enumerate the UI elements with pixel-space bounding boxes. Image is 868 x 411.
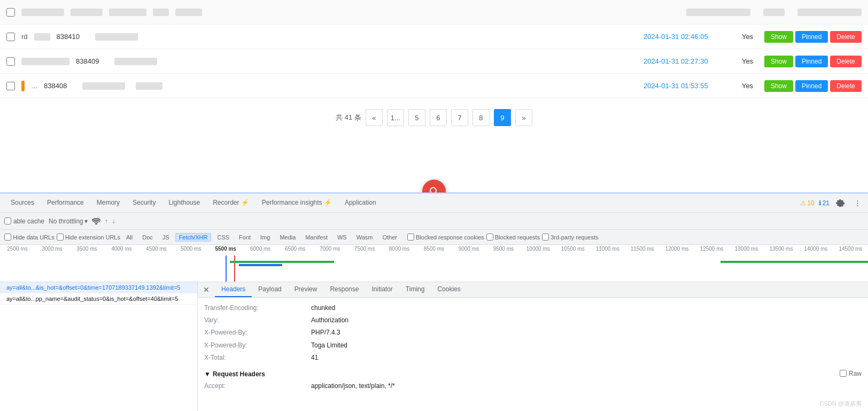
filter-js[interactable]: JS [159, 233, 173, 242]
row1-actions: Show Pinned Delete [764, 31, 862, 43]
tab-timing[interactable]: Timing [399, 282, 431, 297]
chevron-down-icon: ▾ [84, 218, 88, 225]
filter-media[interactable]: Media [276, 233, 299, 242]
filter-img[interactable]: Img [257, 233, 274, 242]
pagination-last[interactable]: » [515, 109, 532, 126]
row1-date: 2024-01-31 02:46:05 [644, 33, 729, 41]
blocked-cookies-checkbox[interactable] [407, 234, 414, 241]
settings-icon[interactable] [834, 197, 847, 210]
request-headers-section-bar: ▼ Request Headers Raw [204, 367, 862, 380]
disable-cache-toggle[interactable]: able cache [4, 218, 44, 225]
tl-label-6500: 6500 ms [278, 246, 313, 252]
throttling-selector[interactable]: No throttling ▾ [49, 218, 88, 225]
hide-data-urls-label: Hide data URLs [13, 234, 55, 241]
pagination-page8[interactable]: 8 [472, 109, 490, 126]
pagination-page7[interactable]: 7 [451, 109, 468, 126]
blocked-cookies-label: Blocked response cookies [416, 234, 484, 241]
hide-extension-urls-toggle[interactable]: Hide extension URLs [57, 234, 120, 241]
row1-show-button[interactable]: Show [764, 31, 793, 43]
row2-show-button[interactable]: Show [764, 56, 793, 67]
download-icon[interactable]: ↓ [112, 218, 115, 225]
pagination-page9[interactable]: 9 [494, 109, 511, 126]
row2-date: 2024-01-31 02:27:30 [644, 57, 729, 65]
header-val-vary: Authorization [311, 315, 348, 325]
tab-performance-insights[interactable]: Performance insights ⚡ [255, 193, 338, 212]
download-arrow-icon: ↓ [112, 218, 115, 225]
col-yes-header [763, 9, 785, 16]
row3-show-button[interactable]: Show [764, 80, 793, 92]
blocked-requests-toggle[interactable]: Blocked requests [486, 234, 540, 241]
filter-manifest[interactable]: Manifest [301, 233, 331, 242]
header-checkbox[interactable] [6, 8, 15, 17]
col-actions-header [797, 9, 862, 16]
filter-row: Hide data URLs Hide extension URLs All D… [0, 230, 868, 245]
tl-label-10000: 10000 ms [521, 246, 555, 252]
row2-delete-button[interactable]: Delete [830, 56, 862, 67]
row3-delete-button[interactable]: Delete [830, 80, 862, 92]
tab-performance[interactable]: Performance [41, 193, 90, 212]
pagination-first[interactable]: « [366, 109, 383, 126]
tab-headers[interactable]: Headers [215, 282, 252, 297]
blocked-cookies-toggle[interactable]: Blocked response cookies [407, 234, 484, 241]
request-item-2[interactable]: ay=all&to...pp_name=&audit_status=0&is_h… [0, 293, 197, 305]
header-val-xtotal: 41 [311, 353, 318, 363]
search-button[interactable] [422, 180, 446, 192]
row1-checkbox[interactable] [6, 33, 15, 41]
tab-response[interactable]: Response [323, 282, 365, 297]
hide-extension-urls-label: Hide extension URLs [65, 234, 120, 241]
request-list: ay=all&to...&is_hot=&offset=0&time=17071… [0, 282, 198, 411]
tab-recorder[interactable]: Recorder ⚡ [206, 193, 255, 212]
hide-extension-urls-checkbox[interactable] [57, 234, 64, 241]
raw-toggle[interactable]: Raw [840, 370, 862, 377]
filter-doc[interactable]: Doc [138, 233, 157, 242]
third-party-checkbox[interactable] [542, 234, 549, 241]
row2-pinned-button[interactable]: Pinned [795, 56, 828, 67]
tab-preview[interactable]: Preview [288, 282, 324, 297]
col-1-header [21, 9, 64, 16]
third-party-toggle[interactable]: 3rd-party requests [542, 234, 598, 241]
headers-panel: ✕ Headers Payload Preview Response Initi… [198, 282, 868, 411]
col-date-header [686, 9, 750, 16]
tab-security[interactable]: Security [126, 193, 162, 212]
filter-ws[interactable]: WS [334, 233, 351, 242]
tab-payload[interactable]: Payload [252, 282, 288, 297]
pagination-page5[interactable]: 5 [408, 109, 425, 126]
info-count: 21 [823, 199, 830, 207]
more-options-icon[interactable]: ⋮ [851, 197, 864, 210]
hide-data-urls-checkbox[interactable] [4, 234, 11, 241]
filter-all[interactable]: All [122, 233, 136, 242]
hide-data-urls-toggle[interactable]: Hide data URLs [4, 234, 55, 241]
filter-other[interactable]: Other [378, 233, 401, 242]
filter-fetch-xhr[interactable]: Fetch/XHR [175, 233, 212, 242]
row2-checkbox[interactable] [6, 57, 15, 66]
tab-application[interactable]: Application [338, 193, 383, 212]
row2-col-blur2 [114, 58, 157, 65]
request-item-1[interactable]: ay=all&to...&is_hot=&offset=0&time=17071… [0, 282, 197, 293]
disable-cache-checkbox[interactable] [4, 218, 11, 224]
timeline-green-bar-1 [230, 261, 334, 263]
filter-font[interactable]: Font [235, 233, 254, 242]
row3-ellipsis: ... [32, 82, 37, 90]
request-headers-label: Request Headers [213, 370, 265, 378]
row1-delete-button[interactable]: Delete [830, 31, 862, 43]
raw-checkbox[interactable] [840, 370, 847, 377]
tab-sources[interactable]: Sources [4, 193, 41, 212]
blocked-requests-checkbox[interactable] [486, 234, 493, 241]
row3-pinned-button[interactable]: Pinned [795, 80, 828, 92]
tab-lighthouse[interactable]: Lighthouse [162, 193, 206, 212]
close-panel-button[interactable]: ✕ [198, 282, 215, 297]
request-item-2-url: ay=all&to...pp_name=&audit_status=0&is_h… [6, 296, 178, 302]
pagination-page6[interactable]: 6 [430, 109, 447, 126]
tab-memory[interactable]: Memory [90, 193, 126, 212]
tab-initiator[interactable]: Initiator [365, 282, 399, 297]
info-icon: ℹ [819, 199, 821, 207]
filter-wasm[interactable]: Wasm [353, 233, 377, 242]
upload-icon[interactable]: ↑ [105, 218, 108, 225]
tab-cookies[interactable]: Cookies [431, 282, 467, 297]
row1-pinned-button[interactable]: Pinned [795, 31, 828, 43]
row3-checkbox[interactable] [6, 82, 15, 90]
row2-yes: Yes [742, 57, 758, 65]
filter-css[interactable]: CSS [213, 233, 233, 242]
pagination-ellipsis[interactable]: 1... [387, 109, 404, 126]
tl-label-12000: 12000 ms [660, 246, 694, 252]
